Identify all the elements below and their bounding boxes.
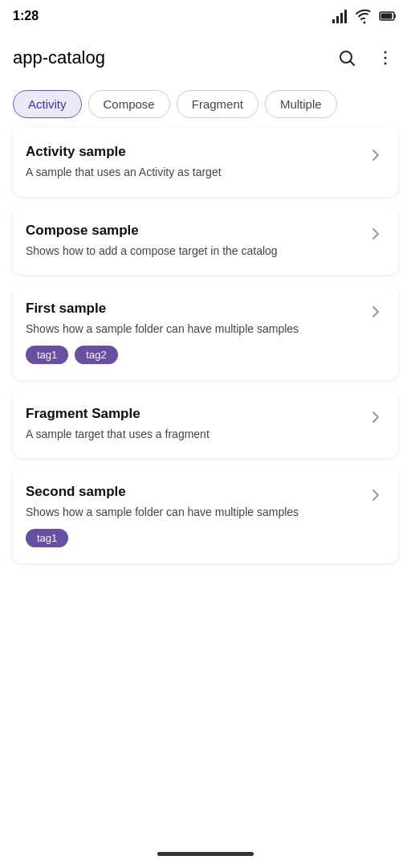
list-item-title: Fragment Sample <box>26 406 360 422</box>
svg-rect-1 <box>336 16 339 23</box>
list-item[interactable]: Compose sampleShows how to add a compose… <box>13 207 398 276</box>
item-list: Activity sampleA sample that uses an Act… <box>0 128 411 573</box>
filter-chip-compose[interactable]: Compose <box>88 90 170 118</box>
svg-line-8 <box>351 62 355 66</box>
list-item-desc: Shows how a sample folder can have multi… <box>26 321 360 338</box>
list-item[interactable]: Fragment SampleA sample target that uses… <box>13 390 398 459</box>
svg-rect-6 <box>381 14 393 19</box>
more-options-button[interactable] <box>372 45 398 71</box>
list-item-content: Activity sampleA sample that uses an Act… <box>26 144 360 181</box>
svg-rect-0 <box>332 19 335 23</box>
filter-chip-multiple[interactable]: Multiple <box>265 90 337 118</box>
list-item-content: First sampleShows how a sample folder ca… <box>26 301 360 364</box>
list-item-content: Fragment SampleA sample target that uses… <box>26 406 360 443</box>
list-item-arrow-icon <box>366 484 385 505</box>
home-indicator <box>157 852 254 856</box>
list-item-desc: Shows how to add a compose target in the… <box>26 244 360 260</box>
list-item-title: Compose sample <box>26 223 360 239</box>
toolbar-actions <box>334 45 398 71</box>
tag-chip: tag2 <box>75 346 117 364</box>
filter-chip-activity[interactable]: Activity <box>13 90 82 118</box>
list-item[interactable]: Activity sampleA sample that uses an Act… <box>13 128 398 197</box>
svg-point-9 <box>385 51 387 54</box>
list-item-desc: Shows how a sample folder can have multi… <box>26 505 360 521</box>
signal-icon <box>331 6 350 26</box>
search-button[interactable] <box>334 45 360 71</box>
page-title: app-catalog <box>13 47 105 68</box>
battery-icon <box>379 6 398 26</box>
list-item-arrow-icon <box>366 406 385 427</box>
filter-chip-fragment[interactable]: Fragment <box>177 90 258 118</box>
list-item-content: Compose sampleShows how to add a compose… <box>26 223 360 260</box>
status-bar: 1:28 <box>0 0 411 32</box>
bottom-bar <box>0 839 411 868</box>
filter-row: ActivityComposeFragmentMultiple <box>0 84 411 128</box>
svg-point-4 <box>364 22 366 24</box>
list-item-desc: A sample target that uses a fragment <box>26 427 360 443</box>
status-time: 1:28 <box>13 9 39 23</box>
list-item-tags: tag1tag2 <box>26 346 360 364</box>
list-item-tags: tag1 <box>26 529 360 547</box>
list-item-desc: A sample that uses an Activity as target <box>26 165 360 181</box>
list-item-content: Second sampleShows how a sample folder c… <box>26 484 360 547</box>
svg-point-11 <box>385 63 387 65</box>
list-item-arrow-icon <box>366 144 385 165</box>
svg-point-10 <box>385 57 387 59</box>
list-item-arrow-icon <box>366 223 385 244</box>
list-item[interactable]: First sampleShows how a sample folder ca… <box>13 285 398 380</box>
list-item-title: Second sample <box>26 484 360 500</box>
list-item-arrow-icon <box>366 301 385 321</box>
svg-rect-2 <box>340 13 343 23</box>
list-item-title: Activity sample <box>26 144 360 160</box>
status-icons <box>331 6 398 26</box>
wifi-icon <box>355 6 374 26</box>
more-vert-icon <box>376 48 395 68</box>
svg-rect-3 <box>344 10 347 23</box>
search-icon <box>337 48 356 68</box>
tag-chip: tag1 <box>26 346 68 364</box>
list-item[interactable]: Second sampleShows how a sample folder c… <box>13 468 398 563</box>
list-item-title: First sample <box>26 301 360 317</box>
tag-chip: tag1 <box>26 529 68 547</box>
toolbar: app-catalog <box>0 32 411 84</box>
